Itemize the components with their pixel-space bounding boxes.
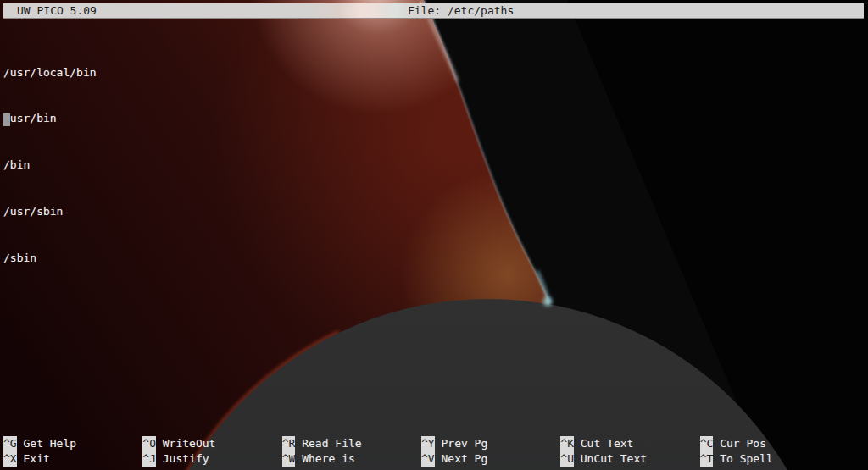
key-ctrl-r: ^R xyxy=(282,436,296,451)
shortcut-writeout: ^OWriteOut xyxy=(142,436,215,451)
shortcut-label: WriteOut xyxy=(163,437,216,450)
shortcut-label: Read File xyxy=(302,437,361,450)
shortcut-bar: ^GGet Help ^OWriteOut ^RRead File ^YPrev… xyxy=(3,436,865,468)
shortcut-exit: ^XExit xyxy=(3,451,50,467)
key-ctrl-t: ^T xyxy=(700,451,714,467)
shortcut-label: Cur Pos xyxy=(720,437,766,450)
file-label: File: /etc/paths xyxy=(408,3,514,18)
shortcut-next-pg: ^VNext Pg xyxy=(421,451,487,467)
editor-area[interactable]: /usr/local/bin /usr/bin /bin /usr/sbin /… xyxy=(3,34,865,312)
key-ctrl-k: ^K xyxy=(560,436,574,451)
key-ctrl-x: ^X xyxy=(3,451,17,467)
shortcut-label: Get Help xyxy=(23,437,76,450)
editor-line: /sbin xyxy=(3,251,865,266)
editor-line: /usr/local/bin xyxy=(3,65,865,80)
shortcut-label: Exit xyxy=(23,452,49,465)
key-ctrl-v: ^V xyxy=(421,451,435,467)
shortcut-justify: ^JJustify xyxy=(142,451,209,467)
shortcut-cur-pos: ^CCur Pos xyxy=(700,436,766,451)
shortcut-read-file: ^RRead File xyxy=(282,436,362,451)
shortcut-prev-pg: ^YPrev Pg xyxy=(421,436,487,451)
shortcut-to-spell: ^TTo Spell xyxy=(700,451,773,467)
shortcut-label: Justify xyxy=(163,452,209,465)
editor-line: /usr/bin xyxy=(3,111,865,126)
key-ctrl-y: ^Y xyxy=(421,436,435,451)
key-ctrl-c: ^C xyxy=(700,436,714,451)
terminal-screen[interactable]: UW PICO 5.09 File: /etc/paths /usr/local… xyxy=(0,0,868,470)
text-cursor xyxy=(3,113,10,126)
key-ctrl-j: ^J xyxy=(142,451,156,467)
shortcut-get-help: ^GGet Help xyxy=(3,436,76,451)
editor-line: /usr/sbin xyxy=(3,204,865,219)
shortcut-uncut-text: ^UUnCut Text xyxy=(560,451,647,467)
key-ctrl-w: ^W xyxy=(282,451,296,467)
titlebar: UW PICO 5.09 File: /etc/paths xyxy=(3,3,864,19)
shortcut-label: Next Pg xyxy=(441,452,487,465)
key-ctrl-u: ^U xyxy=(560,451,574,467)
shortcut-label: UnCut Text xyxy=(581,452,647,465)
key-ctrl-o: ^O xyxy=(142,436,156,451)
app-version-label: UW PICO 5.09 xyxy=(17,3,97,18)
shortcut-label: Where is xyxy=(302,452,355,465)
shortcut-where-is: ^WWhere is xyxy=(282,451,355,467)
shortcut-label: Cut Text xyxy=(581,437,634,450)
shortcut-cut-text: ^KCut Text xyxy=(560,436,633,451)
shortcut-label: To Spell xyxy=(720,452,773,465)
editor-line: /bin xyxy=(3,158,865,173)
shortcut-label: Prev Pg xyxy=(441,437,487,450)
key-ctrl-g: ^G xyxy=(3,436,17,451)
